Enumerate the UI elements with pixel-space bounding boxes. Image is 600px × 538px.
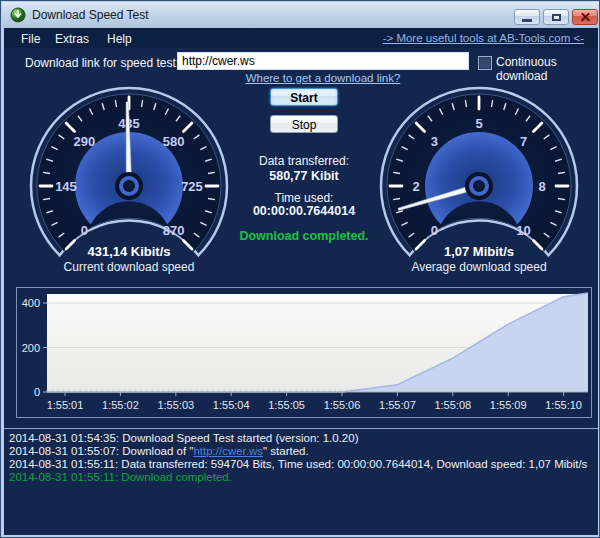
continuous-download-checkbox[interactable] xyxy=(478,56,492,70)
average-speed-value: 1,07 Mibit/s xyxy=(369,244,589,259)
svg-text:2: 2 xyxy=(412,179,419,194)
log-text: 2014-08-31 01:55:11: Data transferred: 5… xyxy=(9,458,587,470)
log-line: 2014-08-31 01:54:35: Download Speed Test… xyxy=(9,432,598,445)
speed-chart-container: 02004001:55:011:55:021:55:031:55:041:55:… xyxy=(16,287,592,418)
svg-text:145: 145 xyxy=(55,179,77,194)
svg-text:0: 0 xyxy=(34,386,40,398)
log-line: 2014-08-31 01:55:11: Download completed. xyxy=(9,471,598,484)
data-transferred-label: Data transferred: xyxy=(214,154,394,168)
svg-text:580: 580 xyxy=(163,134,185,149)
menu-extras[interactable]: Extras xyxy=(48,31,96,47)
window-title: Download Speed Test xyxy=(32,8,149,22)
download-link-label: Download link for speed test: xyxy=(25,56,179,70)
svg-text:7: 7 xyxy=(520,134,527,149)
app-window: Download Speed Test File Extras Help -> … xyxy=(0,0,600,538)
log-line: 2014-08-31 01:55:07: Download of "http:/… xyxy=(9,445,598,458)
menu-help[interactable]: Help xyxy=(100,31,139,47)
menu-file[interactable]: File xyxy=(14,31,47,47)
speed-chart: 02004001:55:011:55:021:55:031:55:041:55:… xyxy=(17,288,591,417)
svg-text:1:55:10: 1:55:10 xyxy=(545,399,582,411)
current-speed-value: 431,14 Kibit/s xyxy=(19,244,239,259)
log-url-link[interactable]: http://cwer.ws xyxy=(193,445,263,457)
svg-text:1:55:06: 1:55:06 xyxy=(324,399,361,411)
url-input[interactable] xyxy=(177,52,469,70)
data-transferred-value: 580,77 Kibit xyxy=(214,169,394,183)
svg-text:1:55:09: 1:55:09 xyxy=(490,399,527,411)
svg-text:5: 5 xyxy=(475,116,482,131)
current-speed-gauge: 0145290435580725870 xyxy=(19,86,239,258)
svg-text:870: 870 xyxy=(163,223,185,238)
log-line: 2014-08-31 01:55:11: Data transferred: 5… xyxy=(9,458,598,471)
svg-text:1:55:08: 1:55:08 xyxy=(434,399,471,411)
average-speed-caption: Average download speed xyxy=(369,260,589,274)
svg-text:1:55:01: 1:55:01 xyxy=(47,399,84,411)
abtools-promo-link[interactable]: -> More useful tools at AB-Tools.com <- xyxy=(383,32,584,44)
where-to-get-link[interactable]: Where to get a download link? xyxy=(177,72,469,84)
svg-text:1:55:03: 1:55:03 xyxy=(157,399,194,411)
menu-bar: File Extras Help -> More useful tools at… xyxy=(4,28,598,48)
maximize-button[interactable] xyxy=(543,9,569,25)
svg-text:10: 10 xyxy=(516,223,530,238)
log-text: " started. xyxy=(263,445,309,457)
average-speed-gauge: 02357810 xyxy=(369,86,589,258)
download-status-text: Download completed. xyxy=(214,229,394,243)
time-used-label: Time used: xyxy=(214,191,394,205)
svg-text:3: 3 xyxy=(431,134,438,149)
svg-text:1:55:05: 1:55:05 xyxy=(268,399,305,411)
svg-text:8: 8 xyxy=(538,179,545,194)
title-bar[interactable]: Download Speed Test xyxy=(2,2,599,28)
svg-text:200: 200 xyxy=(22,342,40,354)
svg-text:0: 0 xyxy=(431,223,438,238)
close-button[interactable] xyxy=(572,9,598,25)
stop-button[interactable]: Stop xyxy=(270,115,338,133)
svg-text:1:55:04: 1:55:04 xyxy=(213,399,250,411)
minimize-button[interactable] xyxy=(514,9,540,25)
svg-text:290: 290 xyxy=(74,134,96,149)
current-speed-caption: Current download speed xyxy=(19,260,239,274)
log-text: 2014-08-31 01:55:11: Download completed. xyxy=(9,471,232,483)
continuous-download-label: Continuous download xyxy=(496,55,598,83)
minimize-icon xyxy=(522,19,532,22)
content-area: Download link for speed test: Where to g… xyxy=(4,48,598,535)
svg-text:1:55:07: 1:55:07 xyxy=(379,399,416,411)
app-icon xyxy=(10,7,26,23)
log-text: 2014-08-31 01:55:07: Download of " xyxy=(9,445,193,457)
time-used-value: 00:00:00.7644014 xyxy=(214,204,394,218)
log-panel[interactable]: 2014-08-31 01:54:35: Download Speed Test… xyxy=(4,428,598,535)
maximize-icon xyxy=(552,14,561,21)
svg-text:0: 0 xyxy=(81,223,88,238)
log-text: 2014-08-31 01:54:35: Download Speed Test… xyxy=(9,432,359,444)
svg-text:400: 400 xyxy=(22,297,40,309)
start-button[interactable]: Start xyxy=(270,88,338,106)
svg-text:725: 725 xyxy=(181,179,203,194)
svg-text:1:55:02: 1:55:02 xyxy=(102,399,139,411)
